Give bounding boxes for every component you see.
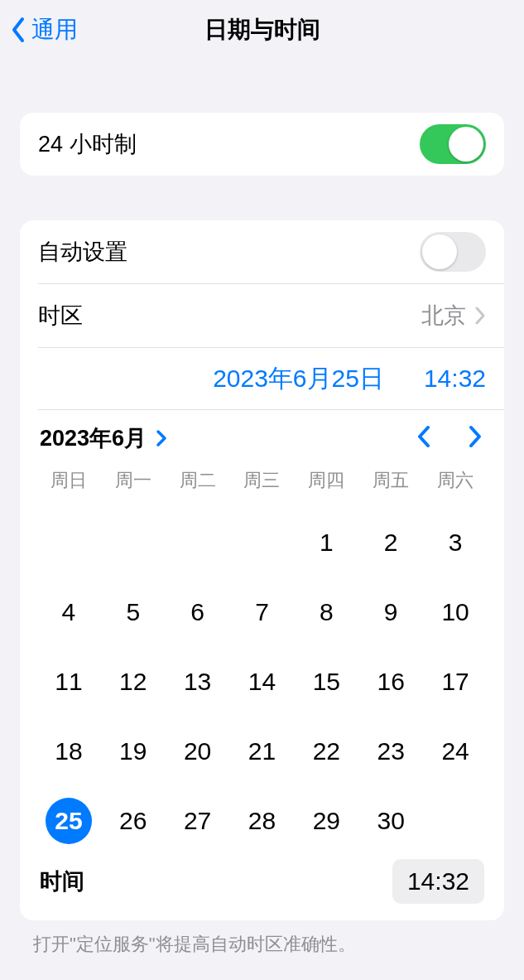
weekday-label: 周一 [101, 468, 166, 493]
calendar-day[interactable]: 26 [101, 798, 166, 844]
calendar-day[interactable]: 16 [358, 659, 423, 705]
calendar-day[interactable]: 14 [230, 659, 295, 705]
prev-month-button[interactable] [415, 424, 433, 452]
weekday-label: 周三 [230, 468, 295, 493]
calendar-day[interactable]: 13 [166, 659, 230, 705]
hour24-toggle[interactable] [420, 124, 486, 164]
calendar-day[interactable]: 17 [423, 659, 488, 705]
calendar-day[interactable]: 2 [358, 519, 423, 566]
chevron-left-icon [10, 16, 28, 44]
calendar-day[interactable]: 5 [101, 589, 166, 635]
calendar-day[interactable]: 18 [36, 728, 101, 775]
weekday-label: 周日 [36, 468, 101, 493]
calendar-day[interactable]: 19 [101, 728, 166, 775]
hour24-label: 24 小时制 [38, 129, 137, 159]
page-title: 日期与时间 [0, 14, 524, 46]
hour24-row: 24 小时制 [20, 113, 504, 176]
timezone-row[interactable]: 时区 北京 [20, 284, 504, 347]
autoset-toggle[interactable] [420, 232, 486, 272]
weekday-label: 周四 [294, 468, 358, 493]
calendar-day[interactable]: 1 [294, 519, 358, 566]
current-date[interactable]: 2023年6月25日 [213, 362, 384, 396]
chevron-left-icon [415, 424, 433, 449]
next-month-button[interactable] [466, 424, 484, 452]
calendar-day[interactable]: 7 [230, 589, 295, 635]
footer-note: 打开"定位服务"将提高自动时区准确性。 [0, 920, 524, 957]
autoset-row: 自动设置 [20, 220, 504, 283]
calendar-day[interactable]: 15 [294, 659, 358, 705]
autoset-label: 自动设置 [38, 237, 127, 267]
weekday-label: 周二 [166, 468, 230, 493]
calendar-day[interactable]: 6 [166, 589, 230, 635]
calendar-day[interactable]: 29 [294, 798, 358, 844]
calendar-day[interactable]: 11 [36, 659, 101, 705]
calendar-day[interactable]: 20 [166, 728, 230, 775]
chevron-right-icon [474, 307, 486, 325]
back-button[interactable]: 通用 [0, 14, 78, 46]
weekday-label: 周六 [423, 468, 488, 493]
time-picker[interactable]: 14:32 [392, 859, 484, 904]
calendar-day[interactable]: 4 [36, 589, 101, 635]
datetime-row: 2023年6月25日 14:32 [20, 348, 504, 409]
calendar-day[interactable]: 27 [166, 798, 230, 844]
chevron-right-icon [155, 429, 168, 447]
calendar-day[interactable]: 3 [423, 519, 488, 566]
chevron-right-icon [466, 424, 484, 449]
calendar-day[interactable]: 12 [101, 659, 166, 705]
month-picker[interactable]: 2023年6月 [40, 423, 168, 453]
calendar-day[interactable]: 22 [294, 728, 358, 775]
calendar-day[interactable]: 25 [36, 798, 101, 844]
calendar-day[interactable]: 21 [230, 728, 295, 775]
time-label: 时间 [40, 867, 84, 896]
calendar-day[interactable]: 24 [423, 728, 488, 775]
current-time[interactable]: 14:32 [424, 364, 486, 393]
month-label: 2023年6月 [40, 423, 147, 453]
timezone-label: 时区 [38, 301, 83, 331]
calendar-day[interactable]: 30 [358, 798, 423, 844]
calendar-day[interactable]: 10 [423, 589, 488, 635]
weekday-label: 周五 [358, 468, 423, 493]
calendar-day[interactable]: 23 [358, 728, 423, 775]
calendar-day[interactable]: 28 [230, 798, 295, 844]
calendar-day[interactable]: 8 [294, 589, 358, 635]
back-label: 通用 [31, 14, 78, 46]
timezone-value: 北京 [421, 301, 466, 331]
calendar-day[interactable]: 9 [358, 589, 423, 635]
